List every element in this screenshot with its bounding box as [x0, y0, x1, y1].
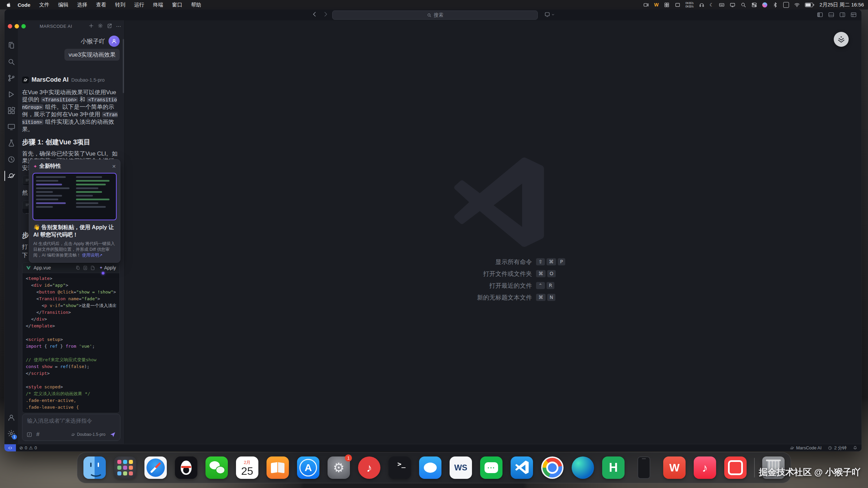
dock-chrome-icon[interactable]: [540, 455, 565, 480]
close-icon[interactable]: ✕: [112, 164, 116, 169]
forward-icon[interactable]: [322, 11, 329, 19]
juejin-widget[interactable]: [834, 32, 849, 47]
dock-settings-icon[interactable]: ⚙1: [326, 455, 351, 480]
grid-menubar-icon[interactable]: [664, 2, 670, 8]
dock-books-icon[interactable]: [265, 455, 290, 480]
dock-wps-365-icon[interactable]: W: [662, 455, 687, 480]
toggle-panel-left-icon[interactable]: [817, 12, 823, 19]
siri-icon[interactable]: [762, 2, 767, 7]
network-speed[interactable]: 0KB/s 0KB/s: [686, 1, 694, 8]
code-token: =: [52, 364, 60, 369]
headset-icon[interactable]: [699, 2, 705, 8]
battery-icon[interactable]: [805, 3, 813, 7]
notifications-bell-icon[interactable]: [853, 446, 857, 450]
dock-chat-app-icon[interactable]: [418, 455, 443, 480]
code-token: [26, 310, 36, 315]
menubar-item-终端[interactable]: 终端: [153, 2, 163, 8]
display-icon[interactable]: [730, 2, 735, 8]
chat-input[interactable]: [26, 418, 117, 424]
menubar-item-运行[interactable]: 运行: [134, 2, 144, 8]
dock-launchpad-icon[interactable]: [113, 455, 138, 480]
usage-guide-link[interactable]: 使用说明↗: [82, 253, 102, 258]
dock-wechat-icon[interactable]: [204, 455, 229, 480]
minimize-window-icon[interactable]: [15, 24, 19, 28]
window-menubar-icon[interactable]: [675, 2, 680, 8]
customize-layout-icon[interactable]: [850, 12, 857, 19]
command-center-search[interactable]: 搜索: [332, 11, 538, 20]
menubar-item-转到[interactable]: 转到: [115, 2, 125, 8]
remote-indicator[interactable]: [4, 444, 16, 451]
meeting-icon[interactable]: [643, 2, 649, 8]
dock-qq-icon[interactable]: [174, 455, 199, 480]
code-card-body[interactable]: <template> <div id="app"> <button @click…: [22, 273, 119, 413]
dock-hbuilder-icon[interactable]: H: [601, 455, 626, 480]
new-chat-icon[interactable]: [88, 23, 94, 30]
dock-calendar-icon[interactable]: 2月25: [235, 455, 260, 480]
dock-iphone-mirror-icon[interactable]: [631, 455, 656, 480]
wps-menubar-icon[interactable]: W: [654, 2, 658, 7]
dock-apple-music-icon[interactable]: ♪: [692, 455, 717, 480]
source-control-icon[interactable]: [7, 74, 16, 83]
context-hash-icon[interactable]: #: [36, 431, 39, 438]
zoom-window-icon[interactable]: [21, 24, 26, 28]
bluetooth-icon[interactable]: [772, 2, 778, 8]
explorer-icon[interactable]: [7, 41, 16, 50]
apply-button[interactable]: ✦ Apply: [99, 265, 116, 270]
spotlight-search-icon[interactable]: [741, 2, 746, 8]
account-icon[interactable]: [7, 413, 16, 422]
marscode-icon[interactable]: [7, 171, 16, 180]
statusbar-duration[interactable]: 2 分钟: [828, 445, 847, 451]
panel-scrollbar[interactable]: [123, 39, 124, 93]
dock-appstore-icon[interactable]: A: [296, 455, 321, 480]
menubar-item-查看[interactable]: 查看: [96, 2, 106, 8]
send-icon[interactable]: [110, 431, 116, 438]
statusbar-marscode[interactable]: MarsCode AI: [790, 445, 822, 450]
toggle-panel-right-icon[interactable]: [839, 12, 846, 19]
testing-icon[interactable]: [7, 139, 16, 148]
dock-netease-music-icon[interactable]: ♪: [357, 455, 382, 480]
menubar-item-帮助[interactable]: 帮助: [191, 2, 201, 8]
menubar-item-文件[interactable]: 文件: [39, 2, 50, 8]
menubar-item-Code[interactable]: Code: [18, 2, 31, 8]
menubar-item-选择[interactable]: 选择: [77, 2, 87, 8]
dock-red-app-icon[interactable]: [723, 455, 748, 480]
input-method-icon[interactable]: [783, 2, 789, 8]
dock-vscode-icon[interactable]: [509, 455, 534, 480]
new-file-icon[interactable]: [90, 265, 95, 270]
remote-explorer-icon[interactable]: [7, 123, 16, 131]
more-actions-icon[interactable]: ⋯: [116, 24, 121, 29]
timeline-icon[interactable]: [7, 155, 16, 164]
panel-settings-icon[interactable]: [98, 23, 103, 30]
code-token: <: [36, 296, 39, 301]
dock-netease-music-glyph: ♪: [358, 456, 380, 479]
dock-finder-icon[interactable]: [82, 455, 107, 480]
model-selector[interactable]: Doubao-1.5-pro: [71, 432, 105, 437]
control-center-icon[interactable]: [751, 2, 757, 8]
insert-code-icon[interactable]: [83, 265, 88, 270]
focus-mode-icon[interactable]: ☾: [710, 2, 714, 7]
keyboard-icon[interactable]: [719, 2, 725, 8]
problems-indicator[interactable]: ⊘ 0 ⚠ 0: [19, 445, 37, 450]
search-icon[interactable]: [7, 58, 16, 66]
menubar-item-编辑[interactable]: 编辑: [58, 2, 68, 8]
code-token: "show": [63, 303, 79, 308]
copy-code-icon[interactable]: [75, 265, 80, 270]
dock-wechat-devtools-icon[interactable]: ···: [479, 455, 504, 480]
slash-commands-icon[interactable]: [26, 432, 32, 438]
shortcut-row: 打开最近的文件⌃R: [125, 281, 862, 290]
toggle-panel-bottom-icon[interactable]: [828, 12, 834, 19]
wifi-icon[interactable]: [794, 2, 800, 8]
run-debug-icon[interactable]: [7, 90, 16, 99]
close-window-icon[interactable]: [8, 24, 12, 28]
dock-edge-icon[interactable]: [570, 455, 595, 480]
extensions-icon[interactable]: [7, 106, 16, 115]
menubar-item-窗口[interactable]: 窗口: [172, 2, 182, 8]
dock-wps-icon[interactable]: WS: [448, 455, 473, 480]
back-icon[interactable]: [311, 11, 318, 19]
menubar-datetime[interactable]: 2月25日 周二 16:56: [820, 2, 864, 8]
share-icon[interactable]: [107, 23, 112, 30]
dock-terminal-icon[interactable]: >_: [387, 455, 412, 480]
apple-menu-icon[interactable]: [6, 2, 12, 7]
dock-safari-icon[interactable]: [143, 455, 168, 480]
assistant-icon[interactable]: [544, 12, 555, 18]
